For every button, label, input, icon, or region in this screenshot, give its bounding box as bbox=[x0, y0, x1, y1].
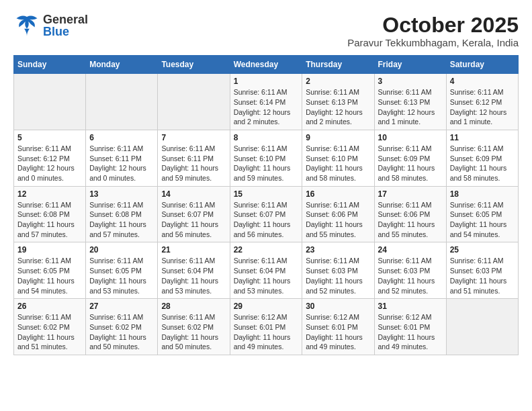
calendar-cell: 18Sunrise: 6:11 AM Sunset: 6:05 PM Dayli… bbox=[446, 186, 518, 242]
day-info: Sunrise: 6:11 AM Sunset: 6:12 PM Dayligh… bbox=[17, 144, 82, 183]
day-number: 29 bbox=[234, 302, 299, 311]
day-number: 7 bbox=[161, 133, 226, 142]
day-info: Sunrise: 6:11 AM Sunset: 6:05 PM Dayligh… bbox=[17, 256, 82, 295]
day-number: 6 bbox=[89, 133, 154, 142]
calendar-day-header: Friday bbox=[374, 56, 446, 74]
day-number: 25 bbox=[450, 245, 515, 255]
location: Paravur Tekkumbhagam, Kerala, India bbox=[347, 37, 519, 48]
calendar-cell: 20Sunrise: 6:11 AM Sunset: 6:05 PM Dayli… bbox=[86, 242, 158, 299]
day-info: Sunrise: 6:12 AM Sunset: 6:01 PM Dayligh… bbox=[234, 312, 299, 352]
calendar-day-header: Sunday bbox=[14, 56, 86, 74]
day-number: 30 bbox=[306, 302, 370, 311]
logo: General Blue bbox=[13, 13, 88, 38]
calendar-cell: 28Sunrise: 6:11 AM Sunset: 6:02 PM Dayli… bbox=[158, 299, 230, 355]
day-info: Sunrise: 6:11 AM Sunset: 6:09 PM Dayligh… bbox=[450, 144, 515, 183]
day-number: 12 bbox=[17, 189, 82, 199]
calendar-week-row: 5Sunrise: 6:11 AM Sunset: 6:12 PM Daylig… bbox=[14, 130, 519, 186]
logo-icon bbox=[13, 14, 40, 38]
calendar-week-row: 1Sunrise: 6:11 AM Sunset: 6:14 PM Daylig… bbox=[14, 74, 519, 130]
day-info: Sunrise: 6:11 AM Sunset: 6:11 PM Dayligh… bbox=[161, 144, 226, 183]
calendar-week-row: 26Sunrise: 6:11 AM Sunset: 6:02 PM Dayli… bbox=[14, 299, 519, 355]
calendar-day-header: Thursday bbox=[302, 56, 374, 74]
calendar-cell: 23Sunrise: 6:11 AM Sunset: 6:03 PM Dayli… bbox=[302, 242, 374, 299]
day-info: Sunrise: 6:11 AM Sunset: 6:04 PM Dayligh… bbox=[161, 256, 226, 295]
day-number: 9 bbox=[306, 133, 370, 142]
calendar-cell: 15Sunrise: 6:11 AM Sunset: 6:07 PM Dayli… bbox=[230, 186, 302, 242]
day-number: 18 bbox=[450, 189, 515, 199]
day-info: Sunrise: 6:11 AM Sunset: 6:02 PM Dayligh… bbox=[161, 312, 226, 352]
day-info: Sunrise: 6:11 AM Sunset: 6:05 PM Dayligh… bbox=[450, 200, 515, 240]
calendar-cell bbox=[158, 74, 230, 130]
day-number: 24 bbox=[378, 245, 443, 255]
calendar-cell: 19Sunrise: 6:11 AM Sunset: 6:05 PM Dayli… bbox=[14, 242, 86, 299]
calendar-cell: 29Sunrise: 6:12 AM Sunset: 6:01 PM Dayli… bbox=[230, 299, 302, 355]
calendar-cell: 17Sunrise: 6:11 AM Sunset: 6:06 PM Dayli… bbox=[374, 186, 446, 242]
day-info: Sunrise: 6:11 AM Sunset: 6:04 PM Dayligh… bbox=[234, 256, 299, 295]
day-info: Sunrise: 6:11 AM Sunset: 6:06 PM Dayligh… bbox=[306, 200, 370, 240]
day-number: 16 bbox=[306, 189, 370, 199]
logo-general: General bbox=[43, 13, 88, 26]
calendar-cell: 26Sunrise: 6:11 AM Sunset: 6:02 PM Dayli… bbox=[14, 299, 86, 355]
calendar-cell: 11Sunrise: 6:11 AM Sunset: 6:09 PM Dayli… bbox=[446, 130, 518, 186]
calendar-cell bbox=[446, 299, 518, 355]
logo-text: General Blue bbox=[43, 13, 88, 38]
day-info: Sunrise: 6:12 AM Sunset: 6:01 PM Dayligh… bbox=[378, 312, 443, 352]
calendar-cell: 13Sunrise: 6:11 AM Sunset: 6:08 PM Dayli… bbox=[86, 186, 158, 242]
calendar-day-header: Saturday bbox=[446, 56, 518, 74]
day-number: 5 bbox=[17, 133, 82, 142]
day-number: 28 bbox=[161, 302, 226, 311]
calendar-cell: 1Sunrise: 6:11 AM Sunset: 6:14 PM Daylig… bbox=[230, 74, 302, 130]
day-info: Sunrise: 6:11 AM Sunset: 6:10 PM Dayligh… bbox=[234, 144, 299, 183]
day-info: Sunrise: 6:11 AM Sunset: 6:09 PM Dayligh… bbox=[378, 144, 443, 183]
calendar-cell: 24Sunrise: 6:11 AM Sunset: 6:03 PM Dayli… bbox=[374, 242, 446, 299]
title-section: October 2025 Paravur Tekkumbhagam, Keral… bbox=[347, 13, 519, 48]
calendar-header-row: SundayMondayTuesdayWednesdayThursdayFrid… bbox=[14, 56, 519, 74]
day-number: 17 bbox=[378, 189, 443, 199]
day-number: 23 bbox=[306, 245, 370, 255]
day-info: Sunrise: 6:11 AM Sunset: 6:07 PM Dayligh… bbox=[234, 200, 299, 240]
day-info: Sunrise: 6:11 AM Sunset: 6:05 PM Dayligh… bbox=[89, 256, 154, 295]
calendar-cell bbox=[86, 74, 158, 130]
day-number: 13 bbox=[89, 189, 154, 199]
day-info: Sunrise: 6:11 AM Sunset: 6:02 PM Dayligh… bbox=[17, 312, 82, 352]
day-number: 2 bbox=[306, 77, 370, 86]
calendar-cell bbox=[14, 74, 86, 130]
day-info: Sunrise: 6:11 AM Sunset: 6:11 PM Dayligh… bbox=[89, 144, 154, 183]
day-info: Sunrise: 6:11 AM Sunset: 6:06 PM Dayligh… bbox=[378, 200, 443, 240]
calendar-cell: 21Sunrise: 6:11 AM Sunset: 6:04 PM Dayli… bbox=[158, 242, 230, 299]
calendar-week-row: 12Sunrise: 6:11 AM Sunset: 6:08 PM Dayli… bbox=[14, 186, 519, 242]
calendar-cell: 30Sunrise: 6:12 AM Sunset: 6:01 PM Dayli… bbox=[302, 299, 374, 355]
calendar-cell: 3Sunrise: 6:11 AM Sunset: 6:13 PM Daylig… bbox=[374, 74, 446, 130]
day-number: 21 bbox=[161, 245, 226, 255]
day-number: 14 bbox=[161, 189, 226, 199]
calendar-table: SundayMondayTuesdayWednesdayThursdayFrid… bbox=[13, 55, 519, 355]
calendar-day-header: Monday bbox=[86, 56, 158, 74]
calendar-cell: 31Sunrise: 6:12 AM Sunset: 6:01 PM Dayli… bbox=[374, 299, 446, 355]
day-info: Sunrise: 6:11 AM Sunset: 6:14 PM Dayligh… bbox=[234, 87, 299, 127]
day-info: Sunrise: 6:11 AM Sunset: 6:03 PM Dayligh… bbox=[306, 256, 370, 295]
calendar-cell: 5Sunrise: 6:11 AM Sunset: 6:12 PM Daylig… bbox=[14, 130, 86, 186]
day-info: Sunrise: 6:11 AM Sunset: 6:07 PM Dayligh… bbox=[161, 200, 226, 240]
calendar-cell: 2Sunrise: 6:11 AM Sunset: 6:13 PM Daylig… bbox=[302, 74, 374, 130]
day-number: 1 bbox=[234, 77, 299, 86]
day-number: 27 bbox=[89, 302, 154, 311]
day-info: Sunrise: 6:11 AM Sunset: 6:08 PM Dayligh… bbox=[17, 200, 82, 240]
day-number: 4 bbox=[450, 77, 515, 86]
calendar-cell: 9Sunrise: 6:11 AM Sunset: 6:10 PM Daylig… bbox=[302, 130, 374, 186]
day-info: Sunrise: 6:11 AM Sunset: 6:03 PM Dayligh… bbox=[378, 256, 443, 295]
day-number: 8 bbox=[234, 133, 299, 142]
calendar-cell: 7Sunrise: 6:11 AM Sunset: 6:11 PM Daylig… bbox=[158, 130, 230, 186]
day-info: Sunrise: 6:11 AM Sunset: 6:12 PM Dayligh… bbox=[450, 87, 515, 127]
day-info: Sunrise: 6:11 AM Sunset: 6:02 PM Dayligh… bbox=[89, 312, 154, 352]
day-info: Sunrise: 6:11 AM Sunset: 6:03 PM Dayligh… bbox=[450, 256, 515, 295]
calendar-cell: 4Sunrise: 6:11 AM Sunset: 6:12 PM Daylig… bbox=[446, 74, 518, 130]
day-info: Sunrise: 6:12 AM Sunset: 6:01 PM Dayligh… bbox=[306, 312, 370, 352]
calendar-day-header: Wednesday bbox=[230, 56, 302, 74]
day-info: Sunrise: 6:11 AM Sunset: 6:08 PM Dayligh… bbox=[89, 200, 154, 240]
day-number: 26 bbox=[17, 302, 82, 311]
logo-blue: Blue bbox=[43, 26, 88, 38]
day-number: 31 bbox=[378, 302, 443, 311]
calendar-day-header: Tuesday bbox=[158, 56, 230, 74]
day-number: 3 bbox=[378, 77, 443, 86]
calendar-cell: 16Sunrise: 6:11 AM Sunset: 6:06 PM Dayli… bbox=[302, 186, 374, 242]
